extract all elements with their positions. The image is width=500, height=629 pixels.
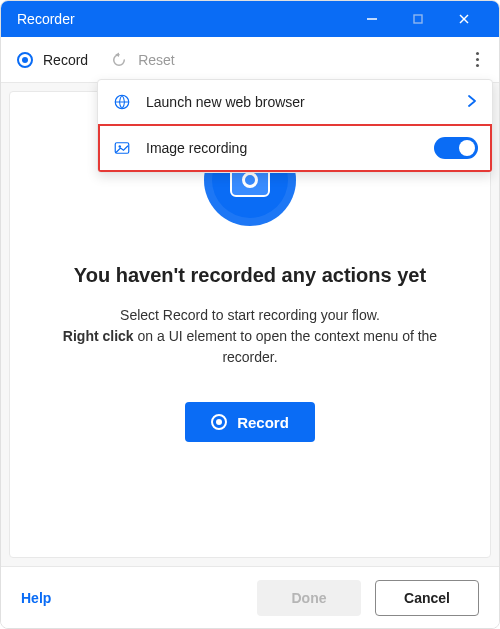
window-controls [349,1,487,37]
launch-browser-item[interactable]: Launch new web browser [98,80,492,124]
toolbar: Record Reset [1,37,499,83]
record-icon [17,52,33,68]
chevron-right-icon [466,94,478,110]
reset-tool[interactable]: Reset [110,51,175,69]
minimize-icon [366,13,378,25]
reset-label: Reset [138,52,175,68]
svg-rect-1 [414,15,422,23]
reset-icon [110,51,128,69]
recorder-window: Recorder Record Reset [0,0,500,629]
image-recording-toggle[interactable] [434,137,478,159]
empty-headline: You haven't recorded any actions yet [74,264,426,287]
record-icon [211,414,227,430]
footer: Help Done Cancel [1,566,499,628]
done-button[interactable]: Done [257,580,361,616]
help-link[interactable]: Help [21,590,51,606]
more-options-button[interactable] [472,46,483,73]
record-button[interactable]: Record [185,402,315,442]
options-popup: Launch new web browser Image recording [97,79,493,173]
empty-body: Select Record to start recording your fl… [60,305,440,368]
content-area: Launch new web browser Image recording ✦… [1,83,499,566]
image-recording-item[interactable]: Image recording [98,124,492,172]
maximize-icon [412,13,424,25]
titlebar[interactable]: Recorder [1,1,499,37]
globe-icon [112,93,132,111]
record-tool[interactable]: Record [17,52,88,68]
launch-browser-label: Launch new web browser [146,94,452,110]
cancel-button[interactable]: Cancel [375,580,479,616]
close-button[interactable] [441,1,487,37]
minimize-button[interactable] [349,1,395,37]
record-button-label: Record [237,414,289,431]
image-recording-label: Image recording [146,140,420,156]
maximize-button[interactable] [395,1,441,37]
window-title: Recorder [17,11,349,27]
close-icon [458,13,470,25]
image-icon [112,139,132,157]
record-label: Record [43,52,88,68]
